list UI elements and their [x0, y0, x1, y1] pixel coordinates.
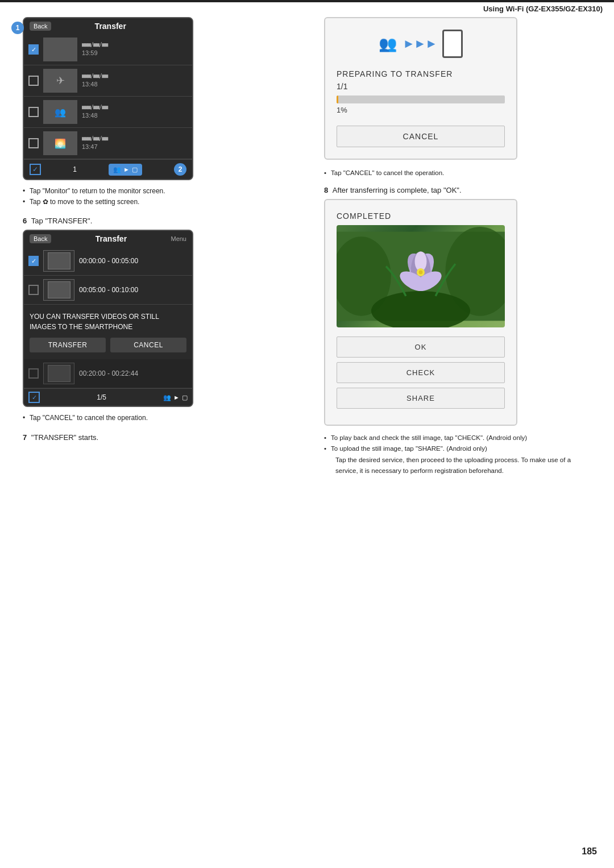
- s2-thumb-last: [43, 363, 74, 384]
- transfer-item-1: ■■■/■■/■■ 13:59: [24, 34, 192, 65]
- s2-item-1: ✓ 00:00:00 - 00:05:00: [24, 247, 192, 276]
- time-3: 13:48: [82, 111, 107, 120]
- transfer-button[interactable]: TRANSFER: [30, 338, 106, 352]
- ok-button[interactable]: OK: [337, 337, 505, 358]
- completed-label: COMPLETED: [337, 211, 505, 221]
- meta-2: ■■■/■■/■■ 13:48: [82, 72, 107, 89]
- transfer-item-3: ■■■/■■/■■ 13:48: [24, 97, 192, 128]
- step-6-label: 6: [23, 217, 27, 225]
- screen2-header: Back Transfer Menu: [24, 231, 192, 247]
- meta-1: ■■■/■■/■■ 13:59: [82, 41, 107, 57]
- step-6-text: Tap "TRANSFER".: [31, 217, 92, 225]
- step-7-text: "TRANSFER" starts.: [31, 433, 98, 442]
- time-4: 13:47: [82, 143, 107, 151]
- arrow-icon: ►: [123, 166, 130, 173]
- bullets-2: Tap "CANCEL" to cancel the operation.: [23, 413, 273, 423]
- screen2-menu-btn[interactable]: Menu: [171, 235, 186, 242]
- screen1: Back Transfer ■■■/■■/■■ 13:59 ■■■/■■/■■: [23, 17, 193, 180]
- checkbox-3[interactable]: [28, 107, 39, 117]
- screen1-count: 1: [73, 165, 77, 173]
- preparing-device: 👥 ►►► PREPARING TO TRANSFER 1/1 1% CANCE…: [324, 17, 517, 160]
- screen1-title: Transfer: [95, 22, 126, 31]
- left-column: 1 Back Transfer ■■■/■■/■■ 13:59: [23, 17, 273, 446]
- bullet-1-1: Tap "Monitor" to return to the monitor s…: [23, 186, 273, 197]
- people-icon: 👥: [113, 166, 121, 173]
- screen1-bottom: ✓ 1 👥 ► ▢ 2: [24, 159, 192, 179]
- step-8-label: 8: [324, 186, 328, 194]
- right-column: 👥 ►►► PREPARING TO TRANSFER 1/1 1% CANCE…: [307, 17, 580, 477]
- device-icon-2: ▢: [182, 394, 188, 401]
- step-8-text: After transferring is complete, tap "OK"…: [333, 186, 462, 194]
- s2-time-1: 00:00:00 - 00:05:00: [79, 257, 138, 265]
- transfer-icon-area[interactable]: 👥 ► ▢: [109, 164, 142, 176]
- s2-check-1[interactable]: ✓: [28, 256, 39, 266]
- right-bullets-2: To play back and check the still image, …: [324, 433, 580, 477]
- screen2-transfer-icon: 👥 ► ▢: [163, 394, 188, 401]
- bullets-1: Tap "Monitor" to return to the monitor s…: [23, 186, 273, 207]
- screen2-title: Transfer: [96, 234, 127, 243]
- s2-item-2: 00:05:00 - 00:10:00: [24, 276, 192, 305]
- thumb-3: [43, 100, 77, 124]
- dialog-text: YOU CAN TRANSFER VIDEOS OR STILL IMAGES …: [30, 312, 186, 332]
- date-2: ■■■/■■/■■: [82, 72, 107, 80]
- progress-pct: 1%: [337, 106, 505, 114]
- people-icon-2: 👥: [163, 394, 171, 401]
- svg-point-11: [419, 270, 423, 274]
- arrow-icon-2: ►: [173, 394, 180, 401]
- screen2: Back Transfer Menu ✓ 00:00:00 - 00:05:00…: [23, 230, 193, 407]
- thumb-1: [43, 38, 77, 61]
- check-icon: ✓: [30, 164, 41, 175]
- screen2-count: 1/5: [97, 393, 106, 401]
- bullet-2-1: Tap "CANCEL" to cancel the operation.: [23, 413, 273, 423]
- s2-thumb-1: [43, 250, 74, 272]
- meta-3: ■■■/■■/■■ 13:48: [82, 103, 107, 120]
- badge-1: 1: [11, 22, 24, 34]
- step-6: 6 Tap "TRANSFER".: [23, 217, 273, 225]
- thumb-2: [43, 69, 77, 93]
- preparing-text: PREPARING TO TRANSFER: [337, 69, 505, 78]
- right-bullet-2-3: Tap the desired service, then proceed to…: [324, 455, 580, 477]
- header-title: Using Wi-Fi (GZ-EX355/GZ-EX310): [483, 5, 603, 13]
- date-3: ■■■/■■/■■: [82, 103, 107, 111]
- dialog-buttons: TRANSFER CANCEL: [30, 338, 186, 352]
- progress-fraction: 1/1: [337, 82, 505, 91]
- device-icon: ▢: [132, 166, 138, 173]
- transfer-item-4: ■■■/■■/■■ 13:47: [24, 128, 192, 159]
- transfer-animation: 👥 ►►►: [337, 30, 505, 58]
- screen1-back-btn[interactable]: Back: [30, 22, 51, 31]
- time-1: 13:59: [82, 49, 107, 57]
- progress-bar: [337, 95, 505, 103]
- thumb-4: [43, 131, 77, 155]
- step-7: 7 "TRANSFER" starts.: [23, 433, 273, 442]
- s2-check-2[interactable]: [28, 285, 39, 295]
- page-header: Using Wi-Fi (GZ-EX355/GZ-EX310): [483, 5, 603, 13]
- badge-2: 2: [174, 163, 186, 176]
- checkbox-4[interactable]: [28, 138, 39, 148]
- cancel-button-right[interactable]: CANCEL: [337, 126, 505, 147]
- smartphone-icon: [442, 30, 463, 58]
- check-button[interactable]: CHECK: [337, 362, 505, 383]
- s2-item-last: 00:20:00 - 00:22:44: [24, 359, 192, 388]
- transfer-dialog: YOU CAN TRANSFER VIDEOS OR STILL IMAGES …: [24, 305, 192, 359]
- s2-time-2: 00:05:00 - 00:10:00: [79, 286, 138, 294]
- screen2-back-btn[interactable]: Back: [30, 234, 51, 243]
- s2-thumb-2: [43, 279, 74, 301]
- share-button[interactable]: SHARE: [337, 388, 505, 409]
- right-bullets-1: Tap "CANCEL" to cancel the operation.: [324, 168, 580, 179]
- meta-4: ■■■/■■/■■ 13:47: [82, 135, 107, 151]
- screen1-header: Back Transfer: [24, 18, 192, 34]
- completed-device: COMPLETED: [324, 199, 517, 426]
- s2-check-last[interactable]: [28, 368, 39, 379]
- top-border: [0, 0, 614, 2]
- date-1: ■■■/■■/■■: [82, 41, 107, 49]
- page-number: 185: [582, 846, 597, 857]
- transfer-item-2: ■■■/■■/■■ 13:48: [24, 65, 192, 97]
- checkbox-1[interactable]: [28, 44, 39, 55]
- checkbox-2[interactable]: [28, 76, 39, 86]
- cancel-button-screen2[interactable]: CANCEL: [110, 338, 186, 352]
- screen2-bottom: ✓ 1/5 👥 ► ▢: [24, 388, 192, 406]
- right-bullet-1-1: Tap "CANCEL" to cancel the operation.: [324, 168, 580, 179]
- s2-check-icon: ✓: [28, 392, 40, 403]
- right-bullet-2-2: To upload the still image, tap "SHARE". …: [324, 443, 580, 455]
- completed-image: [337, 225, 505, 327]
